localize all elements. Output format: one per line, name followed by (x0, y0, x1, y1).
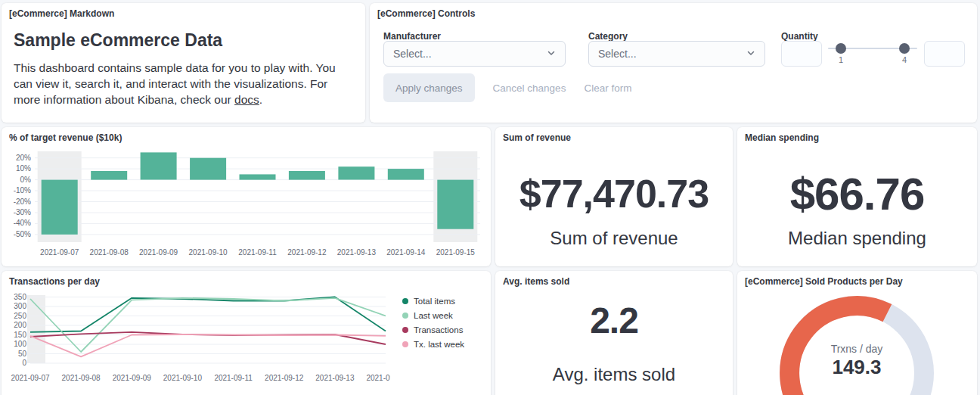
svg-text:2021-09-15: 2021-09-15 (436, 248, 476, 257)
svg-text:300: 300 (14, 302, 26, 310)
avg-items-sold-value: 2.2 (495, 300, 733, 341)
manufacturer-placeholder: Select... (393, 48, 432, 60)
chevron-down-icon (746, 47, 755, 61)
svg-text:2021-09-09: 2021-09-09 (113, 374, 152, 382)
markdown-body: This dashboard contains sample data for … (14, 61, 355, 108)
svg-text:Trxns / day: Trxns / day (831, 343, 883, 355)
svg-text:-20%: -20% (14, 198, 31, 206)
svg-text:200: 200 (14, 321, 26, 329)
svg-text:100: 100 (14, 340, 26, 348)
sold-products-gauge[interactable]: Trxns / day149.3 (743, 291, 970, 395)
panel-sold-products-per-day: [eCommerce] Sold Products per Day Trxns … (737, 271, 977, 395)
svg-text:2021-09-07: 2021-09-07 (40, 248, 79, 257)
slider-min-label: 1 (836, 55, 846, 64)
svg-text:250: 250 (14, 312, 26, 320)
panel-target-revenue: % of target revenue ($10k) 20%10%0%-10%-… (2, 127, 491, 266)
svg-text:-10%: -10% (14, 186, 31, 194)
svg-text:2021-09-11: 2021-09-11 (214, 374, 253, 382)
category-label: Category (588, 31, 628, 42)
svg-text:2021-09-08: 2021-09-08 (62, 374, 101, 382)
panel-title-avg-items-sold: Avg. items sold (503, 276, 569, 287)
median-spending-label: Median spending (737, 228, 977, 249)
slider-handle-min[interactable] (836, 43, 846, 54)
legend-item[interactable]: Transactions (402, 322, 464, 337)
chevron-down-icon (547, 47, 556, 61)
panel-transactions: Transactions per day 3503002502001501005… (2, 271, 491, 395)
legend-dot (402, 298, 408, 304)
panel-title-target-revenue: % of target revenue ($10k) (9, 132, 122, 143)
svg-text:2021-09-08: 2021-09-08 (90, 248, 129, 257)
panel-title-transactions: Transactions per day (9, 276, 100, 287)
legend-item[interactable]: Last week (402, 308, 464, 322)
quantity-label: Quantity (781, 31, 818, 42)
markdown-body-period: . (259, 93, 262, 106)
quantity-max-input[interactable] (924, 41, 965, 67)
panel-title-median-spending: Median spending (745, 132, 819, 143)
legend-label: Last week (414, 311, 453, 320)
category-placeholder: Select... (598, 48, 637, 60)
cancel-changes-button[interactable]: Cancel changes (493, 82, 566, 94)
svg-text:2021-09-14: 2021-09-14 (386, 248, 426, 257)
panel-title-markdown: [eCommerce] Markdown (9, 8, 114, 19)
quantity-min-input[interactable] (781, 41, 822, 67)
svg-text:-30%: -30% (14, 208, 31, 216)
svg-text:2021-09-14: 2021-09-14 (366, 374, 390, 382)
transactions-legend: Total itemsLast weekTransactionsTx. last… (402, 294, 464, 351)
svg-text:2021-09-10: 2021-09-10 (163, 374, 203, 382)
panel-median-spending: Median spending $66.76 Median spending (737, 127, 977, 266)
slider-handle-max[interactable] (899, 43, 910, 54)
transactions-line-chart[interactable]: 3503002502001501005002021-09-072021-09-0… (8, 291, 390, 383)
sum-of-revenue-label: Sum of revenue (495, 228, 733, 249)
svg-text:2021-09-12: 2021-09-12 (265, 374, 304, 382)
apply-changes-button[interactable]: Apply changes (383, 73, 475, 102)
svg-text:2021-09-09: 2021-09-09 (139, 248, 178, 257)
panel-title-sold-products: [eCommerce] Sold Products per Day (745, 276, 903, 287)
avg-items-sold-label: Avg. items sold (495, 364, 733, 385)
panel-markdown: [eCommerce] Markdown Sample eCommerce Da… (2, 3, 365, 123)
svg-text:0: 0 (22, 359, 26, 367)
sum-of-revenue-value: $77,470.73 (495, 171, 733, 216)
panel-avg-items-sold: Avg. items sold 2.2 Avg. items sold (495, 271, 733, 395)
target-revenue-bar-chart[interactable]: 20%10%0%-10%-20%-30%-40%-50%2021-09-0720… (8, 147, 485, 257)
legend-dot (402, 341, 408, 347)
svg-text:0%: 0% (20, 176, 32, 184)
quantity-range-slider: 1 4 (828, 36, 917, 67)
svg-text:50: 50 (18, 350, 27, 358)
legend-dot (402, 313, 408, 319)
docs-link[interactable]: docs (234, 93, 259, 106)
svg-text:150: 150 (14, 331, 26, 339)
category-select[interactable]: Select... (588, 41, 765, 67)
legend-label: Tx. last week (414, 340, 464, 349)
legend-label: Transactions (414, 325, 463, 334)
svg-text:2021-09-13: 2021-09-13 (315, 374, 355, 382)
svg-text:10%: 10% (16, 164, 31, 173)
manufacturer-label: Manufacturer (383, 31, 441, 42)
svg-text:2021-09-07: 2021-09-07 (11, 374, 50, 382)
svg-text:2021-09-13: 2021-09-13 (337, 248, 377, 257)
manufacturer-select[interactable]: Select... (383, 41, 566, 67)
legend-item[interactable]: Total items (402, 294, 464, 308)
svg-text:20%: 20% (16, 154, 31, 162)
panel-title-controls: [eCommerce] Controls (377, 8, 475, 19)
clear-form-button[interactable]: Clear form (584, 82, 631, 94)
legend-item[interactable]: Tx. last week (402, 337, 464, 351)
legend-dot (402, 327, 408, 333)
svg-text:-50%: -50% (14, 230, 31, 238)
legend-label: Total items (414, 297, 455, 306)
panel-title-sum-of-revenue: Sum of revenue (503, 132, 571, 143)
svg-text:2021-09-11: 2021-09-11 (238, 248, 277, 257)
slider-max-label: 4 (899, 55, 910, 64)
controls-button-row: Apply changes Cancel changes Clear form (383, 73, 631, 102)
markdown-body-text: This dashboard contains sample data for … (14, 61, 336, 106)
svg-text:350: 350 (14, 293, 26, 301)
panel-controls: [eCommerce] Controls Manufacturer Select… (370, 3, 977, 123)
svg-text:-40%: -40% (14, 219, 31, 227)
svg-text:2021-09-12: 2021-09-12 (287, 248, 327, 257)
panel-sum-of-revenue: Sum of revenue $77,470.73 Sum of revenue (495, 127, 733, 266)
median-spending-value: $66.76 (737, 168, 977, 220)
svg-text:2021-09-10: 2021-09-10 (189, 248, 228, 257)
svg-text:149.3: 149.3 (832, 356, 881, 378)
markdown-heading: Sample eCommerce Data (14, 30, 222, 51)
